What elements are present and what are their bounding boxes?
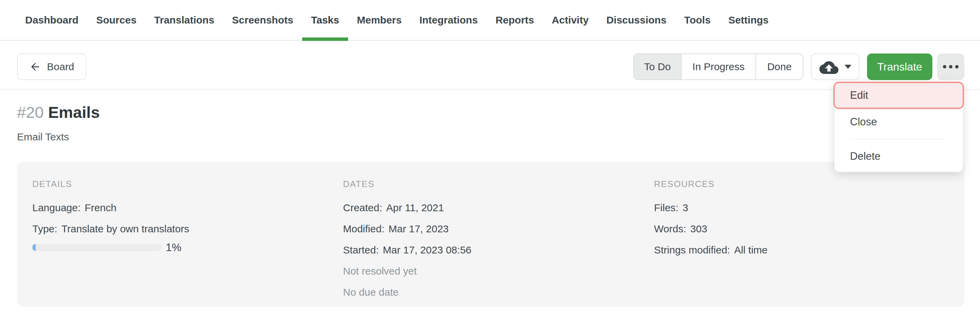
- actions-dropdown-menu: Edit Close Delete: [834, 82, 963, 172]
- nav-item-translations[interactable]: Translations: [145, 0, 223, 40]
- type-value: Translate by own translators: [61, 223, 189, 235]
- arrow-left-icon: [29, 61, 41, 73]
- nav-item-dashboard[interactable]: Dashboard: [16, 0, 88, 40]
- status-button-group: To Do In Progress Done: [633, 53, 803, 80]
- nav-item-sources[interactable]: Sources: [88, 0, 145, 40]
- nav-item-tools[interactable]: Tools: [675, 0, 720, 40]
- progress-row: 1%: [32, 242, 343, 252]
- dates-header: DATES: [343, 179, 654, 189]
- due-date-row: No due date: [343, 282, 654, 303]
- resources-header: RESOURCES: [654, 179, 951, 189]
- resources-section: RESOURCES Files: 3 Words: 303 Strings mo…: [654, 179, 951, 307]
- words-label: Words:: [654, 223, 686, 235]
- caret-down-icon: [845, 65, 851, 69]
- language-label: Language:: [32, 202, 81, 214]
- menu-divider: [850, 139, 946, 139]
- files-value: 3: [682, 202, 688, 214]
- resolved-status-row: Not resolved yet: [343, 260, 654, 282]
- status-todo-button[interactable]: To Do: [634, 54, 681, 79]
- progress-bar: [32, 244, 162, 251]
- board-button-label: Board: [47, 61, 74, 73]
- created-value: Apr 11, 2021: [386, 202, 444, 214]
- created-label: Created:: [343, 202, 382, 214]
- status-inprogress-button[interactable]: In Progress: [681, 54, 756, 79]
- started-value: Mar 17, 2023 08:56: [383, 244, 471, 256]
- progress-fill: [32, 244, 36, 251]
- ellipsis-icon: [943, 65, 959, 69]
- nav-item-screenshots[interactable]: Screenshots: [223, 0, 302, 40]
- created-row: Created: Apr 11, 2021: [343, 197, 654, 218]
- translate-button[interactable]: Translate: [867, 53, 932, 80]
- files-row: Files: 3: [654, 197, 951, 218]
- menu-item-delete[interactable]: Delete: [834, 144, 963, 169]
- task-summary-card: DETAILS Language: French Type: Translate…: [17, 162, 964, 307]
- type-row: Type: Translate by own translators: [32, 218, 343, 240]
- cloud-upload-icon: [819, 59, 838, 74]
- resolved-status: Not resolved yet: [343, 265, 417, 277]
- download-button[interactable]: [811, 53, 859, 80]
- started-label: Started:: [343, 244, 379, 256]
- board-back-button[interactable]: Board: [17, 53, 86, 80]
- details-header: DETAILS: [32, 179, 343, 189]
- strings-modified-label: Strings modified:: [654, 244, 730, 256]
- words-value: 303: [690, 223, 707, 235]
- toolbar-right-group: To Do In Progress Done Translate: [633, 53, 964, 80]
- strings-modified-row: Strings modified: All time: [654, 240, 951, 260]
- words-row: Words: 303: [654, 218, 951, 240]
- type-label: Type:: [32, 223, 57, 235]
- nav-item-integrations[interactable]: Integrations: [410, 0, 487, 40]
- language-row: Language: French: [32, 197, 343, 218]
- nav-item-reports[interactable]: Reports: [487, 0, 543, 40]
- details-section: DETAILS Language: French Type: Translate…: [32, 179, 343, 307]
- more-actions-button[interactable]: [937, 53, 964, 80]
- status-done-button[interactable]: Done: [756, 54, 803, 79]
- nav-item-settings[interactable]: Settings: [719, 0, 777, 40]
- progress-percent: 1%: [166, 241, 181, 254]
- menu-item-close[interactable]: Close: [834, 110, 963, 134]
- task-name: Emails: [48, 103, 100, 121]
- modified-label: Modified:: [343, 223, 385, 235]
- toolbar: Board To Do In Progress Done Translate: [0, 41, 980, 90]
- files-label: Files:: [654, 202, 679, 214]
- task-id: #20: [17, 103, 43, 121]
- nav-item-activity[interactable]: Activity: [543, 0, 598, 40]
- nav-item-members[interactable]: Members: [348, 0, 411, 40]
- language-value: French: [85, 202, 116, 214]
- strings-modified-value: All time: [734, 244, 767, 256]
- top-nav: Dashboard Sources Translations Screensho…: [0, 0, 980, 41]
- nav-item-tasks[interactable]: Tasks: [302, 0, 348, 40]
- started-row: Started: Mar 17, 2023 08:56: [343, 240, 654, 260]
- due-date-status: No due date: [343, 286, 398, 298]
- menu-item-edit[interactable]: Edit: [833, 82, 964, 109]
- nav-item-discussions[interactable]: Discussions: [598, 0, 675, 40]
- modified-row: Modified: Mar 17, 2023: [343, 218, 654, 240]
- dates-section: DATES Created: Apr 11, 2021 Modified: Ma…: [343, 179, 654, 307]
- modified-value: Mar 17, 2023: [388, 223, 449, 235]
